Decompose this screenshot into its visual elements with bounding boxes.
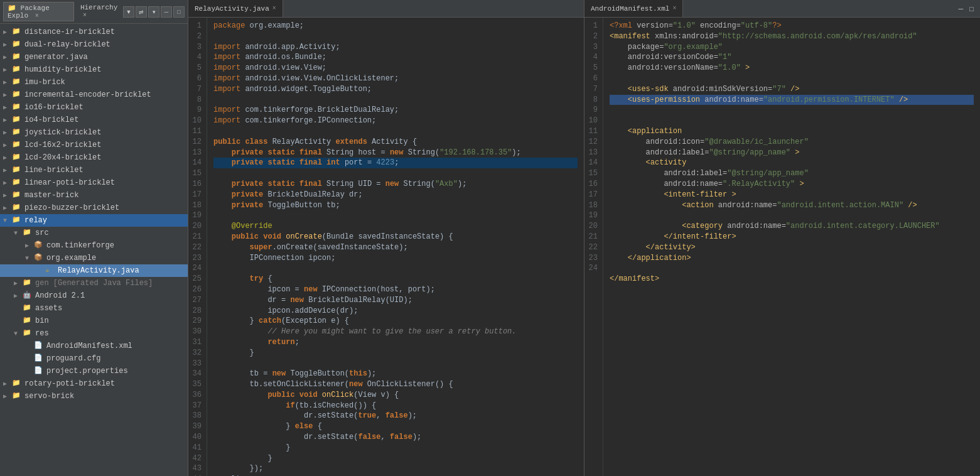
tree-label: piezo-buzzer-bricklet — [24, 203, 119, 212]
tree-label: RelayActivity.java — [58, 266, 139, 275]
tree-label: proguard.cfg — [46, 354, 100, 363]
maximize-sidebar-button[interactable]: □ — [173, 6, 185, 18]
tree-item-rotary-poti-bricklet[interactable]: ▶ 📁 rotary-poti-bricklet — [0, 377, 188, 390]
tree-label: lcd-16x2-bricklet — [24, 141, 101, 149]
manifest-editor: AndroidManifest.xml × ─ □ 12345678910111… — [584, 0, 980, 476]
folder-icon: 📁 — [23, 328, 33, 338]
close-hierarchy-tab[interactable]: × — [83, 12, 87, 19]
tree-item-src[interactable]: ▼ 📁 src — [0, 227, 188, 239]
tree-item-proguard[interactable]: ▶ 📄 proguard.cfg — [0, 352, 188, 365]
close-relay-tab[interactable]: × — [272, 5, 276, 12]
file-icon: 📄 — [34, 354, 44, 364]
tree-label: io16-bricklet — [24, 103, 83, 112]
tree-item-io4-bricklet[interactable]: ▶ 📁 io4-bricklet — [0, 114, 188, 126]
project-icon: 📁 — [12, 391, 22, 401]
tree-item-org-example[interactable]: ▼ 📦 org.example — [0, 252, 188, 264]
tree-label: line-bricklet — [24, 166, 83, 175]
tree-item-line-bricklet[interactable]: ▶ 📁 line-bricklet — [0, 164, 188, 176]
expand-arrow: ▶ — [14, 292, 23, 300]
tree-item-lcd-16x2-bricklet[interactable]: ▶ 📁 lcd-16x2-bricklet — [0, 139, 188, 151]
tree-item-joystick-bricklet[interactable]: ▶ 📁 joystick-bricklet — [0, 126, 188, 139]
editors-area: RelayActivity.java × 1234567891011121314… — [188, 0, 980, 476]
tree-item-linear-poti-bricklet[interactable]: ▶ 📁 linear-poti-bricklet — [0, 176, 188, 189]
expand-arrow: ▶ — [3, 192, 12, 199]
project-icon: 📁 — [12, 203, 22, 213]
tree-item-distance-ir-bricklet[interactable]: ▶ 📁 distance-ir-bricklet — [0, 26, 188, 38]
tree-label: generator.java — [24, 53, 88, 62]
tree-item-servo-brick[interactable]: ▶ 📁 servo-brick — [0, 390, 188, 403]
expand-arrow: ▶ — [14, 279, 23, 287]
tree-label: imu-brick — [24, 78, 65, 87]
folder-icon: 📁 — [23, 303, 33, 313]
tree-item-master-brick[interactable]: ▶ 📁 master-brick — [0, 189, 188, 202]
tree-item-generator-java[interactable]: ▶ 📁 generator.java — [0, 51, 188, 63]
java-code[interactable]: package org.example; import android.app.… — [207, 18, 584, 476]
expand-arrow: ▶ — [3, 41, 12, 48]
minimize-sidebar-button[interactable]: ─ — [161, 6, 172, 18]
project-icon: 📁 — [12, 77, 22, 87]
package-icon: 📦 — [34, 253, 44, 263]
expand-arrow: ▶ — [3, 154, 12, 161]
tree-item-project-properties[interactable]: ▶ 📄 project.properties — [0, 365, 188, 377]
tree-label: gen [Generated Java Files] — [35, 279, 153, 288]
project-icon: 📁 — [12, 190, 22, 200]
relay-activity-content[interactable]: 1234567891011121314151617181920212223242… — [188, 18, 584, 476]
java-file-icon: ☕ — [45, 266, 55, 276]
project-icon: 📁 — [12, 65, 22, 75]
tab-package-explorer[interactable]: 📁 Package Explo × — [3, 2, 74, 21]
tree-item-res[interactable]: ▼ 📁 res — [0, 327, 188, 340]
xml-code[interactable]: <?xml version="1.0" encoding="utf-8"?> <… — [603, 18, 980, 476]
tree-item-relay[interactable]: ▼ 📁 relay — [0, 214, 188, 227]
tree-label: Android 2.1 — [35, 291, 85, 300]
tree-item-dual-relay-bricklet[interactable]: ▶ 📁 dual-relay-bricklet — [0, 38, 188, 51]
expand-arrow: ▶ — [3, 66, 12, 73]
expand-arrow: ▶ — [3, 116, 12, 124]
tree-item-android21[interactable]: ▶ 🤖 Android 2.1 — [0, 289, 188, 302]
tree-item-imu-brick[interactable]: ▶ 📁 imu-brick — [0, 76, 188, 89]
tree-item-bin[interactable]: ▶ 📁 bin — [0, 315, 188, 327]
expand-arrow: ▶ — [3, 179, 12, 187]
project-icon: 📁 — [12, 115, 22, 125]
tree-label: servo-brick — [24, 392, 74, 401]
manifest-tab[interactable]: AndroidManifest.xml × — [584, 0, 683, 17]
tree-item-piezo-buzzer-bricklet[interactable]: ▶ 📁 piezo-buzzer-bricklet — [0, 202, 188, 214]
tree-item-incremental-encoder-bricklet[interactable]: ▶ 📁 incremental-encoder-bricklet — [0, 89, 188, 101]
project-tree[interactable]: ▶ 📁 distance-ir-bricklet ▶ 📁 dual-relay-… — [0, 24, 188, 476]
expand-arrow: ▼ — [14, 230, 23, 237]
tree-label: src — [35, 229, 49, 237]
minimize-manifest-button[interactable]: ─ — [956, 4, 967, 14]
code-container: 1234567891011121314151617181920212223242… — [188, 18, 584, 476]
expand-all-button[interactable]: ⇌ — [136, 6, 147, 18]
tree-item-assets[interactable]: ▶ 📁 assets — [0, 302, 188, 315]
tree-item-relay-activity-java[interactable]: ▶ ☕ RelayActivity.java — [0, 264, 188, 277]
collapse-all-button[interactable]: ▼ — [123, 6, 134, 18]
tree-item-android-manifest[interactable]: ▶ 📄 AndroidManifest.xml — [0, 340, 188, 352]
expand-arrow: ▶ — [3, 392, 12, 400]
project-icon: 📁 — [12, 178, 22, 188]
close-manifest-tab[interactable]: × — [672, 5, 676, 12]
project-icon: 📁 — [12, 90, 22, 100]
expand-arrow: ▶ — [3, 28, 12, 36]
tree-item-gen[interactable]: ▶ 📁 gen [Generated Java Files] — [0, 277, 188, 289]
expand-arrow: ▶ — [25, 242, 34, 249]
tree-item-humidity-bricklet[interactable]: ▶ 📁 humidity-bricklet — [0, 63, 188, 76]
tree-label: master-brick — [24, 191, 78, 200]
tree-item-io16-bricklet[interactable]: ▶ 📁 io16-bricklet — [0, 101, 188, 114]
expand-arrow: ▶ — [3, 380, 12, 387]
manifest-tab-filename: AndroidManifest.xml — [591, 5, 669, 13]
tree-label: com.tinkerforge — [46, 241, 114, 250]
tree-item-com-tinkerforge[interactable]: ▶ 📦 com.tinkerforge — [0, 239, 188, 252]
close-package-tab[interactable]: × — [35, 13, 39, 19]
tree-label: joystick-bricklet — [24, 128, 101, 137]
project-icon: 📁 — [12, 52, 22, 62]
tab-hierarchy[interactable]: Hierarchy × — [76, 2, 123, 21]
tree-item-lcd-20x4-bricklet[interactable]: ▶ 📁 lcd-20x4-bricklet — [0, 151, 188, 164]
relay-activity-tab[interactable]: RelayActivity.java × — [188, 0, 283, 17]
expand-arrow: ▶ — [3, 91, 12, 99]
sidebar-menu-button[interactable]: ▾ — [148, 6, 159, 18]
project-icon: 📁 — [12, 165, 22, 175]
expand-arrow: ▶ — [3, 104, 12, 111]
expand-arrow: ▼ — [3, 217, 12, 224]
manifest-content[interactable]: 123456789101112131415161718192021222324 … — [584, 18, 980, 476]
maximize-manifest-button[interactable]: □ — [966, 4, 977, 14]
